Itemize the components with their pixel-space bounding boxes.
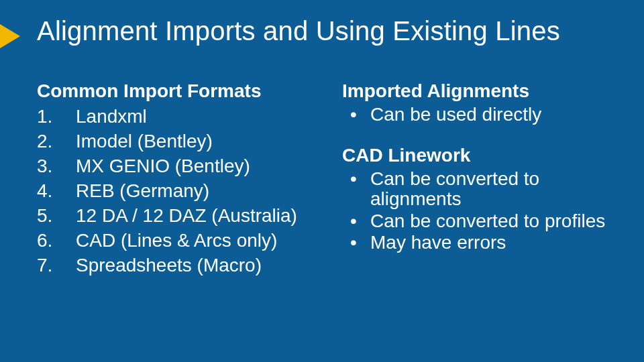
slide: Alignment Imports and Using Existing Lin… bbox=[0, 0, 644, 362]
section2-heading: CAD Linework bbox=[342, 145, 617, 166]
spacer bbox=[342, 126, 617, 145]
list-item: Can be used directly bbox=[342, 105, 617, 125]
imported-alignments-list: Can be used directly bbox=[342, 105, 617, 125]
list-item: Can be converted to alignments bbox=[342, 169, 617, 209]
list-item: Spreadsheets (Macro) bbox=[37, 253, 342, 278]
left-heading: Common Import Formats bbox=[37, 80, 342, 102]
section1-heading: Imported Alignments bbox=[342, 80, 617, 102]
content-area: Common Import Formats Landxml Imodel (Be… bbox=[37, 80, 617, 278]
cad-linework-list: Can be converted to alignments Can be co… bbox=[342, 169, 617, 253]
list-item: REB (Germany) bbox=[37, 179, 342, 204]
list-item: MX GENIO (Bentley) bbox=[37, 154, 342, 179]
left-column: Common Import Formats Landxml Imodel (Be… bbox=[37, 80, 342, 278]
slide-title: Alignment Imports and Using Existing Lin… bbox=[37, 16, 560, 46]
import-formats-list: Landxml Imodel (Bentley) MX GENIO (Bentl… bbox=[37, 105, 342, 278]
list-item: 12 DA / 12 DAZ (Australia) bbox=[37, 204, 342, 229]
right-column: Imported Alignments Can be used directly… bbox=[342, 80, 617, 278]
list-item: CAD (Lines & Arcs only) bbox=[37, 229, 342, 253]
list-item: May have errors bbox=[342, 233, 617, 253]
arrow-right-icon bbox=[0, 24, 20, 48]
list-item: Landxml bbox=[37, 105, 342, 129]
list-item: Imodel (Bentley) bbox=[37, 129, 342, 154]
list-item: Can be converted to profiles bbox=[342, 211, 617, 231]
